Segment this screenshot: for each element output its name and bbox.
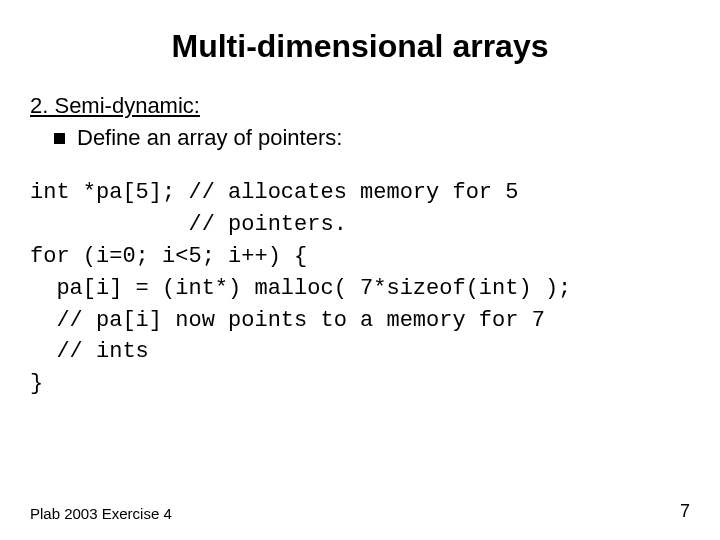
page-number: 7 bbox=[680, 501, 690, 522]
bullet-item: Define an array of pointers: bbox=[54, 125, 690, 151]
footer-left-text: Plab 2003 Exercise 4 bbox=[30, 505, 172, 522]
code-block: int *pa[5]; // allocates memory for 5 //… bbox=[30, 177, 690, 400]
slide: Multi-dimensional arrays 2. Semi-dynamic… bbox=[0, 0, 720, 540]
section-subheading: 2. Semi-dynamic: bbox=[30, 93, 690, 119]
slide-title: Multi-dimensional arrays bbox=[30, 28, 690, 65]
square-bullet-icon bbox=[54, 133, 65, 144]
bullet-text: Define an array of pointers: bbox=[77, 125, 342, 151]
slide-footer: Plab 2003 Exercise 4 7 bbox=[30, 501, 690, 522]
